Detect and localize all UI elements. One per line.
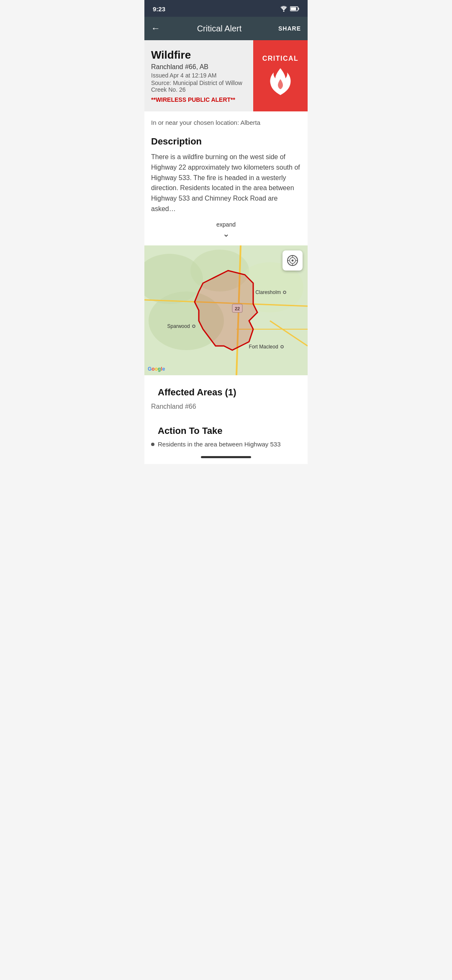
alert-card: Wildfire Ranchland #66, AB Issued Apr 4 … (144, 40, 308, 111)
description-text: There is a wildfire burning on the west … (144, 150, 308, 218)
locate-icon (287, 255, 298, 266)
status-bar: 9:23 (144, 0, 308, 17)
svg-point-20 (292, 259, 294, 261)
svg-rect-2 (298, 8, 299, 10)
wifi-icon (280, 6, 288, 12)
badge-label: CRITICAL (262, 55, 299, 62)
svg-point-0 (283, 11, 285, 12)
share-button[interactable]: SHARE (278, 25, 301, 32)
content-area: In or near your chosen location: Alberta… (144, 111, 308, 452)
alert-location: Ranchland #66, AB (151, 63, 247, 71)
alert-wireless: **WIRELESS PUBLIC ALERT** (151, 96, 247, 103)
alert-info: Wildfire Ranchland #66, AB Issued Apr 4 … (144, 40, 253, 111)
expand-button[interactable]: expand ⌄ (144, 218, 308, 245)
page-title: Critical Alert (160, 24, 278, 34)
map-label-fort-macleod: Fort Macleod (249, 344, 284, 350)
chevron-down-icon: ⌄ (223, 229, 230, 239)
back-button[interactable]: ← (151, 23, 160, 34)
action-item-text: Residents in the area between Highway 53… (158, 441, 281, 448)
home-bar (201, 456, 251, 458)
expand-label: expand (216, 221, 236, 228)
google-logo: Google (148, 366, 165, 372)
app-bar: ← Critical Alert SHARE (144, 17, 308, 40)
svg-point-15 (283, 291, 286, 294)
svg-point-16 (193, 325, 195, 328)
home-indicator (144, 452, 308, 464)
svg-rect-3 (291, 8, 296, 10)
affected-areas-heading: Affected Areas (1) (151, 384, 301, 401)
fire-icon (267, 67, 294, 97)
bullet-icon (151, 443, 154, 446)
alert-source: Source: Municipal District of Willow Cre… (151, 80, 247, 93)
action-heading: Action To Take (151, 422, 301, 440)
action-item: Residents in the area between Highway 53… (151, 440, 301, 449)
map-label-claresholm: Claresholm (255, 289, 286, 295)
status-time: 9:23 (153, 5, 165, 13)
affected-areas-section: Affected Areas (1) Ranchland #66 (144, 375, 308, 415)
status-icons (280, 6, 299, 12)
alert-title: Wildfire (151, 49, 247, 62)
alert-badge: CRITICAL (253, 40, 308, 111)
action-section: Action To Take Residents in the area bet… (144, 415, 308, 452)
svg-point-17 (281, 346, 283, 348)
alert-issued: Issued Apr 4 at 12:19 AM (151, 72, 247, 79)
locate-button[interactable] (282, 250, 303, 271)
map-label-sparwood: Sparwood (167, 323, 195, 329)
map[interactable]: 22 Claresholm Sparwood Fort Macleod (144, 245, 308, 375)
description-heading: Description (144, 133, 308, 150)
location-label: In or near your chosen location: Alberta (144, 111, 308, 133)
affected-area-item: Ranchland #66 (151, 401, 301, 412)
battery-icon (290, 6, 299, 11)
